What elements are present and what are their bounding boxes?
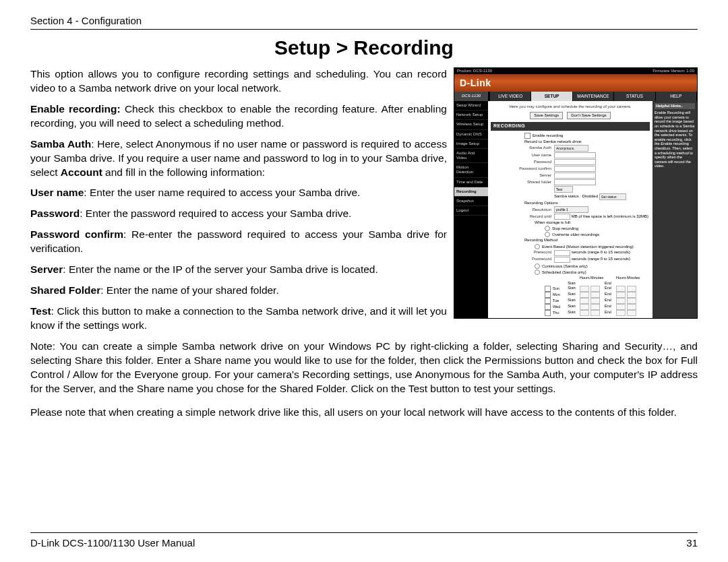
end-hours-input[interactable] bbox=[616, 310, 626, 316]
note-paragraph: Note: You can create a simple Samba netw… bbox=[30, 340, 698, 396]
prerecord-input[interactable] bbox=[554, 250, 570, 256]
end-hours-input[interactable] bbox=[616, 292, 626, 298]
sidebar-item-dynamic-dns[interactable]: Dynamic DNS bbox=[454, 130, 488, 139]
start-hours-input[interactable] bbox=[580, 298, 589, 304]
sidebar-item-logout[interactable]: Logout bbox=[454, 206, 488, 216]
save-settings-button[interactable]: Save Settings bbox=[530, 112, 563, 119]
password-input[interactable] bbox=[554, 159, 596, 165]
event-based-label: Event Based (Motion detection triggered … bbox=[542, 244, 634, 248]
prerecord-label: Prerecord bbox=[491, 250, 554, 255]
section-header: Section 4 - Configuration bbox=[30, 15, 698, 30]
start-hours-input[interactable] bbox=[580, 286, 589, 292]
end-hours-input[interactable] bbox=[616, 286, 626, 292]
sidebar-item-time-date[interactable]: Time and Date bbox=[454, 178, 488, 187]
helpful-hints-header: Helpful Hints.. bbox=[655, 103, 695, 109]
end-minutes-input[interactable] bbox=[627, 310, 636, 316]
event-based-radio[interactable] bbox=[535, 244, 540, 249]
get-status-button[interactable]: Get status bbox=[599, 193, 626, 200]
sidebar-item-recording[interactable]: Recording bbox=[454, 187, 488, 197]
day-checkbox[interactable] bbox=[545, 286, 551, 292]
end-hours-input[interactable] bbox=[616, 298, 626, 304]
start-minutes-input[interactable] bbox=[590, 298, 600, 304]
password-confirm-input[interactable] bbox=[554, 166, 596, 172]
shared-folder-input[interactable] bbox=[554, 179, 596, 185]
shared-folder-label: Shared folder bbox=[491, 180, 554, 185]
sidebar-item-snapshot[interactable]: Snapshot bbox=[454, 197, 488, 206]
start-hours-input[interactable] bbox=[580, 292, 589, 298]
start-hours-input[interactable] bbox=[580, 304, 589, 310]
day-checkbox[interactable] bbox=[545, 292, 551, 298]
samba-auth-select[interactable]: Anonymous bbox=[554, 145, 588, 152]
server-paragraph: Server: Enter the name or the IP of the … bbox=[30, 263, 447, 277]
end-minutes-input[interactable] bbox=[627, 304, 636, 310]
sidebar-item-image-setup[interactable]: Image Setup bbox=[454, 139, 488, 149]
router-screenshot: Product: DCS-1130 Firmware Version: 1.00… bbox=[454, 67, 698, 319]
end-hours-input[interactable] bbox=[616, 304, 626, 310]
continuous-label: Continuous (Samba only) bbox=[542, 263, 588, 268]
enable-recording-label: Enable recording bbox=[533, 133, 563, 137]
samba-auth-label: Samba Auth bbox=[491, 146, 554, 150]
samba-auth-paragraph: Samba Auth: Here, select Anonymous if no… bbox=[30, 137, 447, 180]
end-minutes-input[interactable] bbox=[627, 292, 636, 298]
sidebar-item-motion-detection[interactable]: Motion Detection bbox=[454, 163, 488, 177]
schedule-grid: HoursMinutesHoursMinutes StartEnd bbox=[491, 276, 650, 286]
enable-recording-checkbox[interactable] bbox=[524, 133, 530, 139]
tab-status[interactable]: STATUS bbox=[614, 92, 655, 101]
password-confirm-label: Password confirm bbox=[491, 166, 554, 171]
user-name-label: User name bbox=[491, 153, 554, 158]
footer-page-number: 31 bbox=[686, 537, 698, 549]
closing-paragraph: Please note that when creating a simple … bbox=[30, 406, 698, 420]
tab-live-video[interactable]: LIVE VIDEO bbox=[490, 92, 531, 101]
sidebar-item-wireless-setup[interactable]: Wireless Setup bbox=[454, 120, 488, 129]
resolution-label: Resolution bbox=[491, 208, 554, 212]
record-until-suffix: MB of free space is left (minimum is 32M… bbox=[572, 214, 648, 219]
storage-full-label: When storage is full: bbox=[491, 220, 650, 225]
page-description: Here you may configure and schedule the … bbox=[491, 104, 650, 109]
intro-paragraph: This option allows you to configure reco… bbox=[30, 67, 447, 96]
day-checkbox[interactable] bbox=[545, 304, 551, 310]
sidebar-item-setup-wizard[interactable]: Setup Wizard bbox=[454, 101, 488, 111]
page-title: Setup > Recording bbox=[30, 36, 698, 59]
tab-setup[interactable]: SETUP bbox=[531, 92, 572, 101]
record-until-label: Record until bbox=[491, 214, 554, 219]
overwrite-label: Overwrite older recordings bbox=[552, 232, 599, 237]
footer-left: D-Link DCS-1100/1130 User Manual bbox=[30, 537, 195, 549]
helpful-hints-panel: Helpful Hints.. Enable Recording will al… bbox=[653, 101, 697, 318]
enable-recording-paragraph: Enable recording: Check this checkbox to… bbox=[30, 102, 447, 131]
user-name-paragraph: User name: Enter the user name required … bbox=[30, 186, 447, 200]
password-label: Password bbox=[491, 160, 554, 164]
end-minutes-input[interactable] bbox=[627, 298, 636, 304]
record-until-input[interactable] bbox=[554, 214, 570, 220]
end-minutes-input[interactable] bbox=[627, 286, 636, 292]
start-minutes-input[interactable] bbox=[590, 286, 600, 292]
record-to-label: Record to Samba network drive: bbox=[491, 139, 650, 144]
resolution-select[interactable]: profile 1 bbox=[554, 206, 588, 213]
test-button[interactable]: Test bbox=[554, 186, 573, 193]
sidebar-item-audio-video[interactable]: Audio And Video bbox=[454, 149, 488, 163]
stop-recording-radio[interactable] bbox=[545, 226, 550, 231]
postrecord-label: Postrecord bbox=[491, 257, 554, 261]
scheduled-label: Scheduled (Samba only) bbox=[542, 270, 586, 274]
postrecord-input[interactable] bbox=[554, 257, 570, 263]
start-minutes-input[interactable] bbox=[590, 292, 600, 298]
tab-help[interactable]: HELP bbox=[656, 92, 697, 101]
sidebar-item-network-setup[interactable]: Network Setup bbox=[454, 111, 488, 120]
start-hours-input[interactable] bbox=[580, 310, 589, 316]
scheduled-radio[interactable] bbox=[535, 270, 540, 275]
start-minutes-input[interactable] bbox=[590, 304, 600, 310]
start-minutes-input[interactable] bbox=[590, 310, 600, 316]
password-paragraph: Password: Enter the password required to… bbox=[30, 207, 447, 221]
day-checkbox[interactable] bbox=[545, 310, 551, 316]
tab-maintenance[interactable]: MAINTENANCE bbox=[573, 92, 614, 101]
postrecord-suffix: seconds (range 0 to 15 seconds) bbox=[572, 257, 630, 261]
brand-banner: D-Link bbox=[454, 74, 697, 92]
dont-save-settings-button[interactable]: Don't Save Settings bbox=[567, 112, 611, 119]
day-checkbox[interactable] bbox=[545, 298, 551, 304]
center-panel: Here you may configure and schedule the … bbox=[488, 101, 653, 318]
continuous-radio[interactable] bbox=[535, 263, 540, 269]
overwrite-radio[interactable] bbox=[545, 232, 550, 237]
user-name-input[interactable] bbox=[554, 152, 596, 158]
firmware-label: Firmware Version: 1.00 bbox=[653, 69, 694, 73]
server-input[interactable] bbox=[554, 173, 596, 179]
prerecord-suffix: seconds (range 0 to 15 seconds) bbox=[572, 250, 630, 255]
